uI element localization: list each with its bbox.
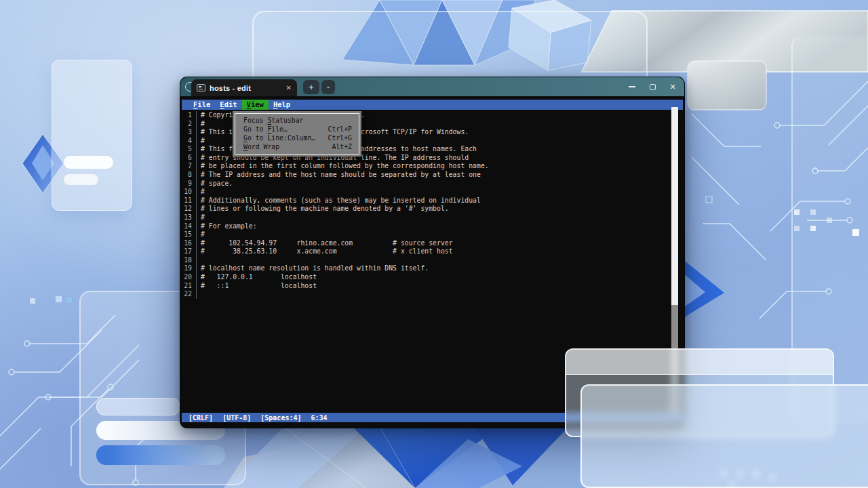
editor-line[interactable]: 16 # 102.54.94.97 rhino.acme.com # sourc…: [182, 239, 683, 248]
shortcut-label: Ctrl+P: [328, 125, 352, 134]
line-text: # Additionally, comments (such as these)…: [196, 197, 481, 205]
minimize-icon: [629, 86, 635, 87]
line-text: # For example:: [196, 222, 257, 231]
menu-file[interactable]: File: [189, 100, 215, 110]
tab-dropdown-button[interactable]: ⌄: [321, 80, 335, 94]
edit-app-icon: [197, 84, 205, 92]
line-number: 13: [182, 214, 196, 222]
line-text: # 38.25.63.10 x.acme.com # x client host: [196, 247, 453, 256]
decor-pill: [96, 398, 180, 415]
view-menu-border: Focus Statusbar Go to File… Ctrl+P Go to…: [235, 113, 359, 155]
maximize-icon: [650, 84, 656, 90]
line-text: #: [196, 137, 205, 146]
line-text: # 127.0.0.1 localhost: [196, 273, 317, 282]
status-indentation[interactable]: [Spaces:4]: [260, 414, 301, 422]
decor-pill: [64, 174, 98, 185]
status-cursor-position[interactable]: 6:34: [311, 414, 328, 422]
editor-line[interactable]: 12 # lines or following the machine name…: [182, 205, 683, 214]
close-icon: ✕: [669, 83, 675, 92]
line-text: # 102.54.94.97 rhino.acme.com # source s…: [196, 239, 453, 248]
shortcut-label: Alt+Z: [332, 142, 353, 151]
line-number: 8: [182, 171, 196, 180]
status-encoding[interactable]: [UTF-8]: [222, 414, 251, 422]
editor-line[interactable]: 10 #: [182, 188, 683, 197]
line-number: 9: [182, 180, 196, 188]
editor-line[interactable]: 8 # The IP address and the host name sho…: [182, 171, 683, 180]
editor-line[interactable]: 15 #: [182, 230, 683, 239]
maximize-button[interactable]: [642, 77, 663, 96]
editor-line[interactable]: 13 #: [182, 214, 683, 222]
editor-line[interactable]: 11 # Additionally, comments (such as the…: [182, 197, 683, 205]
line-number: 10: [182, 188, 196, 197]
line-number: 22: [182, 290, 196, 299]
line-text: [196, 256, 201, 265]
line-text: #: [196, 230, 205, 239]
line-number: 17: [182, 247, 196, 256]
menu-item-word-wrap[interactable]: Word Wrap Alt+Z: [235, 142, 359, 151]
line-number: 19: [182, 264, 196, 273]
line-text: # The IP address and the host name shoul…: [196, 171, 481, 180]
line-text: # ::1 localhost: [196, 282, 317, 291]
line-number: 4: [182, 137, 196, 146]
scrollbar-thumb[interactable]: [671, 107, 678, 305]
frosted-overlay-panel-2: [580, 384, 868, 488]
editor-line[interactable]: 14 # For example:: [182, 222, 683, 231]
line-text: #: [196, 120, 205, 129]
line-text: # be placed in the first column followed…: [196, 162, 489, 171]
tab-close-button[interactable]: ✕: [286, 85, 292, 92]
menu-view[interactable]: View: [242, 100, 269, 110]
tab-title: hosts - edit: [210, 84, 251, 92]
status-line-ending[interactable]: [CRLF]: [189, 414, 213, 422]
editor-line[interactable]: 20 # 127.0.0.1 localhost: [182, 273, 683, 282]
editor-line[interactable]: 22: [182, 290, 683, 299]
editor-line[interactable]: 9 # space.: [182, 180, 683, 188]
decor-pill: [96, 445, 225, 465]
shortcut-label: Ctrl+G: [328, 134, 352, 142]
new-tab-button[interactable]: +: [303, 80, 319, 94]
menu-item-focus-statusbar[interactable]: Focus Statusbar: [235, 116, 359, 125]
frosted-card-left: [52, 60, 132, 211]
line-number: 14: [182, 222, 196, 231]
line-number: 15: [182, 230, 196, 239]
minimize-button[interactable]: [622, 77, 642, 96]
line-number: 6: [182, 154, 196, 163]
tab-hosts-edit[interactable]: hosts - edit ✕: [191, 79, 297, 96]
line-number: 1: [182, 111, 196, 120]
line-text: # lines or following the machine name de…: [196, 205, 449, 214]
line-number: 21: [182, 282, 196, 291]
line-number: 5: [182, 145, 196, 154]
window-titlebar[interactable]: hosts - edit ✕ + ⌄ ✕: [180, 77, 684, 96]
editor-line[interactable]: 21 # ::1 localhost: [182, 282, 683, 291]
menu-edit[interactable]: Edit: [215, 100, 241, 110]
line-text: # space.: [196, 180, 233, 188]
line-text: #: [196, 214, 205, 222]
close-button[interactable]: ✕: [663, 77, 683, 96]
editor-line[interactable]: 17 # 38.25.63.10 x.acme.com # x client h…: [182, 247, 683, 256]
line-text: # localhost name resolution is handled w…: [196, 264, 429, 273]
line-number: 12: [182, 205, 196, 214]
decor-pill: [64, 156, 113, 169]
editor-line[interactable]: 7 # be placed in the first column follow…: [182, 162, 683, 171]
editor-line[interactable]: 19 # localhost name resolution is handle…: [182, 264, 683, 273]
menu-help[interactable]: Help: [269, 100, 295, 110]
line-number: 3: [182, 128, 196, 137]
menu-item-go-to-line-column[interactable]: Go to Line:Column… Ctrl+G: [235, 134, 359, 142]
line-number: 16: [182, 239, 196, 248]
line-text: [196, 290, 201, 299]
frosted-overlay-titlebar: [566, 350, 833, 375]
line-number: 20: [182, 273, 196, 282]
view-menu-popup: Focus Statusbar Go to File… Ctrl+P Go to…: [233, 111, 361, 157]
editor-line[interactable]: 18: [182, 256, 683, 265]
line-text: #: [196, 188, 205, 197]
line-number: 11: [182, 197, 196, 205]
line-number: 18: [182, 256, 196, 265]
line-number: 2: [182, 120, 196, 129]
chevron-down-icon: ⌄: [326, 83, 331, 89]
menu-bar: File Edit View Help: [182, 100, 683, 110]
menu-item-go-to-file[interactable]: Go to File… Ctrl+P: [235, 125, 359, 134]
line-number: 7: [182, 162, 196, 171]
